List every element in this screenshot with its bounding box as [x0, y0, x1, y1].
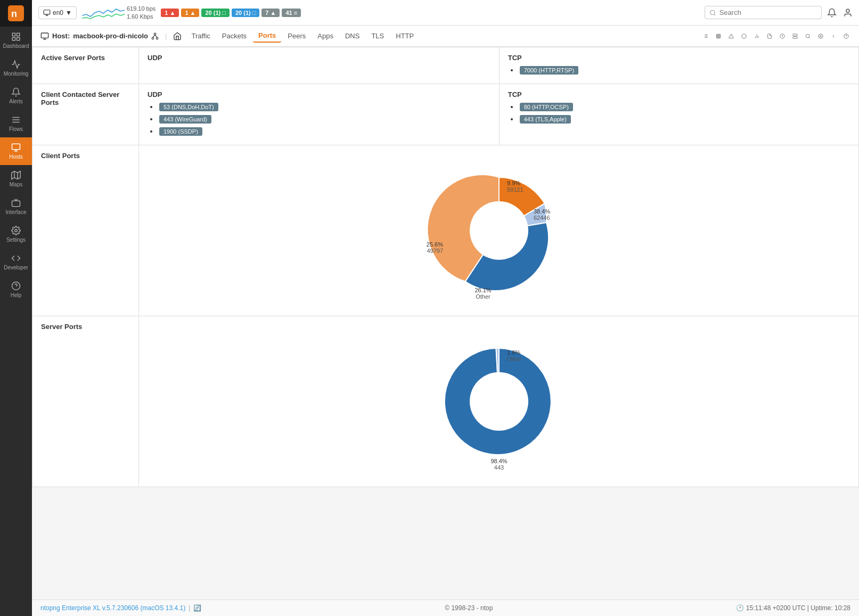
port-tag: 80 (HTTP,OCSP)	[520, 103, 573, 111]
nav-apps[interactable]: Apps	[312, 30, 339, 42]
dropdown-arrow: ▼	[66, 9, 72, 17]
svg-text:n: n	[11, 9, 17, 19]
user-icon[interactable]	[843, 8, 853, 18]
client-donut-chart: 38.4% 62446 9.9% 59121 25.6% 49797 26.1%…	[414, 156, 584, 305]
table-icon[interactable]	[714, 32, 723, 40]
svg-rect-39	[716, 34, 721, 38]
settings2-icon[interactable]	[816, 32, 825, 40]
svg-point-29	[152, 37, 154, 39]
alert-badges: 1 ▲ 1 ▲ 20 (1) □ 20 (1) □ 7 ▲ 41 ≡	[161, 9, 301, 17]
svg-point-24	[846, 9, 849, 12]
port-tag: 443 (WireGuard)	[159, 115, 211, 124]
sidebar-item-help[interactable]: Help	[0, 276, 32, 303]
alert-triangle-icon[interactable]	[727, 32, 735, 40]
svg-text:62446: 62446	[534, 215, 550, 221]
footer-time: 🕐 15:11:48 +0200 UTC | Uptime: 10:28	[736, 604, 850, 612]
nav-peers[interactable]: Peers	[282, 30, 311, 42]
udp-port-list: 53 (DNS,DoH,DoT) 443 (WireGuard) 1900 (S…	[148, 102, 490, 137]
topbar-icons	[827, 8, 853, 18]
svg-point-22	[710, 10, 715, 14]
tcp-header: TCP	[508, 54, 850, 62]
hostbar-right	[701, 32, 850, 40]
traffic-kbps: 1.60 Kbps	[127, 13, 156, 20]
svg-text:Other: Other	[507, 356, 522, 362]
nav-dns[interactable]: DNS	[340, 30, 365, 42]
svg-line-23	[714, 14, 715, 15]
search-box[interactable]	[705, 6, 822, 19]
tcp-header2: TCP	[508, 91, 850, 98]
badge-blue-flows[interactable]: 20 (1) □	[232, 9, 259, 17]
chevron-left-icon[interactable]	[829, 32, 838, 40]
svg-point-57	[820, 35, 822, 37]
sidebar-item-hosts[interactable]: Hosts	[0, 137, 32, 165]
network-icon[interactable]	[151, 32, 159, 40]
list-icon[interactable]	[701, 32, 710, 40]
server-ports-chart-cell: 98.4% 443 1.6% Other	[139, 316, 859, 487]
server-icon[interactable]	[791, 32, 799, 40]
sidebar: n Dashboard Monitoring Alerts Flows Host…	[0, 0, 32, 616]
sidebar-item-maps[interactable]: Maps	[0, 165, 32, 193]
notification-icon[interactable]	[827, 8, 837, 18]
server-ports-chart: 98.4% 443 1.6% Other	[139, 316, 858, 487]
sidebar-item-flows[interactable]: Flows	[0, 110, 32, 137]
client-contacted-tcp: TCP 80 (HTTP,OCSP) 443 (TLS,Apple)	[499, 84, 858, 145]
svg-text:Other: Other	[476, 293, 490, 300]
badge-orange-alert[interactable]: 1 ▲	[181, 9, 199, 17]
search2-icon[interactable]	[804, 32, 812, 40]
topbar-right	[705, 6, 853, 19]
server-ports-label: Server Ports	[32, 316, 139, 487]
version-link[interactable]: ntopng Enterprise XL v.5.7.230606 (macOS…	[40, 604, 185, 612]
svg-rect-25	[41, 33, 48, 38]
svg-text:1.6%: 1.6%	[507, 349, 520, 356]
active-server-ports-tcp: TCP 7000 (HTTP,RTSP)	[499, 47, 858, 84]
sidebar-item-monitoring[interactable]: Monitoring	[0, 54, 32, 82]
svg-line-56	[809, 37, 810, 38]
tcp-port-list: 7000 (HTTP,RTSP)	[508, 65, 850, 76]
active-server-ports-udp: UDP	[139, 47, 500, 84]
nav-tls[interactable]: TLS	[366, 30, 389, 42]
list-item: 443 (TLS,Apple)	[519, 114, 850, 125]
circle-icon[interactable]	[740, 32, 748, 40]
nav-traffic[interactable]: Traffic	[186, 30, 215, 42]
svg-line-31	[153, 35, 155, 37]
badge-gray-alert[interactable]: 7 ▲	[261, 9, 280, 17]
footer: ntopng Enterprise XL v.5.7.230606 (macOS…	[32, 599, 859, 616]
sidebar-item-interface[interactable]: Interface	[0, 193, 32, 220]
badge-green-flows[interactable]: 20 (1) □	[201, 9, 229, 17]
svg-text:443: 443	[494, 464, 503, 471]
footer-refresh-icon[interactable]: 🔄	[193, 604, 201, 612]
sidebar-item-dashboard[interactable]: Dashboard	[0, 27, 32, 54]
clock-icon[interactable]	[778, 32, 787, 40]
file-icon[interactable]	[765, 32, 774, 40]
svg-point-16	[15, 229, 18, 232]
help2-icon[interactable]	[842, 32, 850, 40]
nav-http[interactable]: HTTP	[390, 30, 419, 42]
nav-ports[interactable]: Ports	[253, 29, 281, 43]
search-input[interactable]	[719, 9, 817, 17]
sidebar-item-settings[interactable]: Settings	[0, 220, 32, 248]
nav-packets[interactable]: Packets	[217, 30, 252, 42]
svg-rect-5	[17, 38, 20, 40]
sidebar-item-developer[interactable]: Developer	[0, 248, 32, 276]
svg-text:25.6%: 25.6%	[426, 241, 443, 248]
client-ports-chart-cell: 38.4% 62446 9.9% 59121 25.6% 49797 26.1%…	[139, 145, 859, 316]
svg-point-28	[154, 33, 156, 35]
badge-gray-count[interactable]: 41 ≡	[282, 9, 301, 17]
clock-icon-footer: 🕐	[736, 604, 744, 612]
sidebar-item-alerts[interactable]: Alerts	[0, 82, 32, 110]
host-title: Host: macbook-pro-di-nicolo	[40, 32, 159, 40]
port-tag: 443 (TLS,Apple)	[520, 115, 571, 124]
tcp-port-list2: 80 (HTTP,OCSP) 443 (TLS,Apple)	[508, 102, 850, 125]
svg-rect-52	[793, 36, 797, 38]
udp-header: UDP	[148, 54, 490, 62]
interface-selector[interactable]: en0 ▼	[38, 6, 77, 19]
home-icon[interactable]	[173, 32, 182, 40]
badge-red-alert[interactable]: 1 ▲	[161, 9, 179, 17]
bar-chart-icon[interactable]	[752, 32, 761, 40]
list-item: 53 (DNS,DoH,DoT)	[158, 102, 490, 112]
list-item: 1900 (SSDP)	[158, 126, 490, 137]
table-row: Active Server Ports UDP TCP 7000 (HTTP,R…	[32, 47, 859, 84]
svg-point-46	[742, 34, 746, 38]
traffic-sparkline	[82, 5, 125, 21]
table-row: Client Ports	[32, 145, 859, 316]
